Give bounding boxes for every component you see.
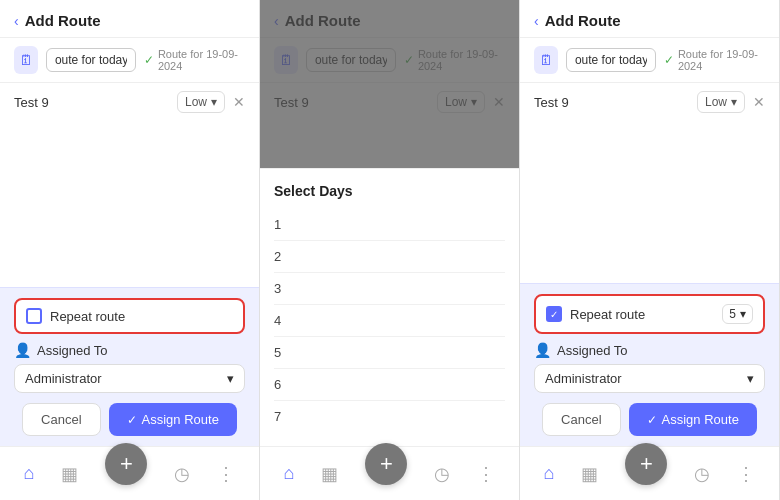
panel-middle: ‹ Add Route 🗓 ✓ Route for 19-09-2024 Tes… [260, 0, 520, 500]
admin-select-left[interactable]: Administrator ▾ [14, 364, 245, 393]
fab-button-middle[interactable]: + [365, 443, 407, 485]
assign-route-button-left[interactable]: ✓ Assign Route [109, 403, 237, 436]
panel-content-left [0, 121, 259, 287]
close-task-right[interactable]: ✕ [753, 94, 765, 110]
assign-check-right: ✓ [647, 413, 657, 427]
repeat-route-row-right[interactable]: Repeat route 5 ▾ [534, 294, 765, 334]
day-item-7[interactable]: 7 [274, 401, 505, 432]
days-arrow-right: ▾ [740, 307, 746, 321]
route-info-right: 🗓 ✓ Route for 19-09-2024 [520, 38, 779, 83]
person-icon-right: 👤 [534, 342, 551, 358]
dots-icon-left[interactable]: ⋮ [217, 463, 235, 485]
panel-bottom-right: Repeat route 5 ▾ 👤 Assigned To Administr… [520, 283, 779, 446]
days-value-right: 5 [729, 307, 736, 321]
admin-arrow-left: ▾ [227, 371, 234, 386]
route-date-left: ✓ Route for 19-09-2024 [144, 48, 245, 72]
panel-left: ‹ Add Route 🗓 ✓ Route for 19-09-2024 Tes… [0, 0, 260, 500]
route-date-text-right: Route for 19-09-2024 [678, 48, 765, 72]
bottom-nav-left: ⌂ ▦ + ◷ ⋮ [0, 446, 259, 500]
cancel-button-left[interactable]: Cancel [22, 403, 100, 436]
admin-arrow-right: ▾ [747, 371, 754, 386]
priority-value-left: Low [185, 95, 207, 109]
clock-icon-right[interactable]: ◷ [694, 463, 710, 485]
fab-button-left[interactable]: + [105, 443, 147, 485]
repeat-checkbox-right[interactable] [546, 306, 562, 322]
task-name-left: Test 9 [14, 95, 49, 110]
dots-icon-middle[interactable]: ⋮ [477, 463, 495, 485]
priority-select-left[interactable]: Low ▾ [177, 91, 225, 113]
dots-icon-right[interactable]: ⋮ [737, 463, 755, 485]
repeat-checkbox-left[interactable] [26, 308, 42, 324]
grid-icon-right[interactable]: ▦ [581, 463, 598, 485]
panel-content-right [520, 121, 779, 283]
repeat-route-row-left[interactable]: Repeat route [14, 298, 245, 334]
home-icon-right[interactable]: ⌂ [544, 463, 555, 484]
home-icon-left[interactable]: ⌂ [24, 463, 35, 484]
day-item-6[interactable]: 6 [274, 369, 505, 401]
home-icon-middle[interactable]: ⌂ [284, 463, 295, 484]
bottom-nav-right: ⌂ ▦ + ◷ ⋮ [520, 446, 779, 500]
priority-select-right[interactable]: Low ▾ [697, 91, 745, 113]
panel-right: ‹ Add Route 🗓 ✓ Route for 19-09-2024 Tes… [520, 0, 780, 500]
task-row-right: Test 9 Low ▾ ✕ [520, 83, 779, 121]
admin-value-left: Administrator [25, 371, 102, 386]
date-check-icon-right: ✓ [664, 53, 674, 67]
days-select-right[interactable]: 5 ▾ [722, 304, 753, 324]
add-route-title-left: Add Route [25, 12, 101, 29]
assign-check-left: ✓ [127, 413, 137, 427]
day-item-1[interactable]: 1 [274, 209, 505, 241]
panel-bottom-left: Repeat route 👤 Assigned To Administrator… [0, 287, 259, 446]
priority-arrow-left: ▾ [211, 95, 217, 109]
cancel-button-right[interactable]: Cancel [542, 403, 620, 436]
person-icon-left: 👤 [14, 342, 31, 358]
close-task-left[interactable]: ✕ [233, 94, 245, 110]
select-days-panel: Select Days 1 2 3 4 5 6 7 [260, 168, 519, 446]
task-row-left: Test 9 Low ▾ ✕ [0, 83, 259, 121]
clock-icon-left[interactable]: ◷ [174, 463, 190, 485]
repeat-label-left: Repeat route [50, 309, 233, 324]
grid-icon-middle[interactable]: ▦ [321, 463, 338, 485]
day-item-2[interactable]: 2 [274, 241, 505, 273]
priority-value-right: Low [705, 95, 727, 109]
day-item-5[interactable]: 5 [274, 337, 505, 369]
admin-value-right: Administrator [545, 371, 622, 386]
select-days-title: Select Days [274, 183, 505, 199]
assigned-label-left: Assigned To [37, 343, 108, 358]
repeat-label-right: Repeat route [570, 307, 714, 322]
assign-label-left: Assign Route [142, 412, 219, 427]
panel-right-header: ‹ Add Route [520, 0, 779, 38]
clock-icon-middle[interactable]: ◷ [434, 463, 450, 485]
assigned-label-right: Assigned To [557, 343, 628, 358]
grid-icon-left[interactable]: ▦ [61, 463, 78, 485]
assign-route-button-right[interactable]: ✓ Assign Route [629, 403, 757, 436]
back-arrow-left[interactable]: ‹ [14, 13, 19, 29]
day-item-4[interactable]: 4 [274, 305, 505, 337]
route-info-left: 🗓 ✓ Route for 19-09-2024 [0, 38, 259, 83]
route-name-input-left[interactable] [46, 48, 136, 72]
route-icon-right: 🗓 [534, 46, 558, 74]
priority-arrow-right: ▾ [731, 95, 737, 109]
route-name-input-right[interactable] [566, 48, 656, 72]
admin-select-right[interactable]: Administrator ▾ [534, 364, 765, 393]
task-name-right: Test 9 [534, 95, 569, 110]
action-buttons-right: Cancel ✓ Assign Route [534, 403, 765, 436]
back-arrow-right[interactable]: ‹ [534, 13, 539, 29]
add-route-title-right: Add Route [545, 12, 621, 29]
assign-label-right: Assign Route [662, 412, 739, 427]
panel-left-header: ‹ Add Route [0, 0, 259, 38]
action-buttons-left: Cancel ✓ Assign Route [14, 403, 245, 436]
day-item-3[interactable]: 3 [274, 273, 505, 305]
fab-button-right[interactable]: + [625, 443, 667, 485]
assigned-to-row-left: 👤 Assigned To [14, 342, 245, 358]
date-check-icon-left: ✓ [144, 53, 154, 67]
route-icon-left: 🗓 [14, 46, 38, 74]
bottom-nav-middle: ⌂ ▦ + ◷ ⋮ [260, 446, 519, 500]
route-date-text-left: Route for 19-09-2024 [158, 48, 245, 72]
route-date-right: ✓ Route for 19-09-2024 [664, 48, 765, 72]
assigned-to-row-right: 👤 Assigned To [534, 342, 765, 358]
